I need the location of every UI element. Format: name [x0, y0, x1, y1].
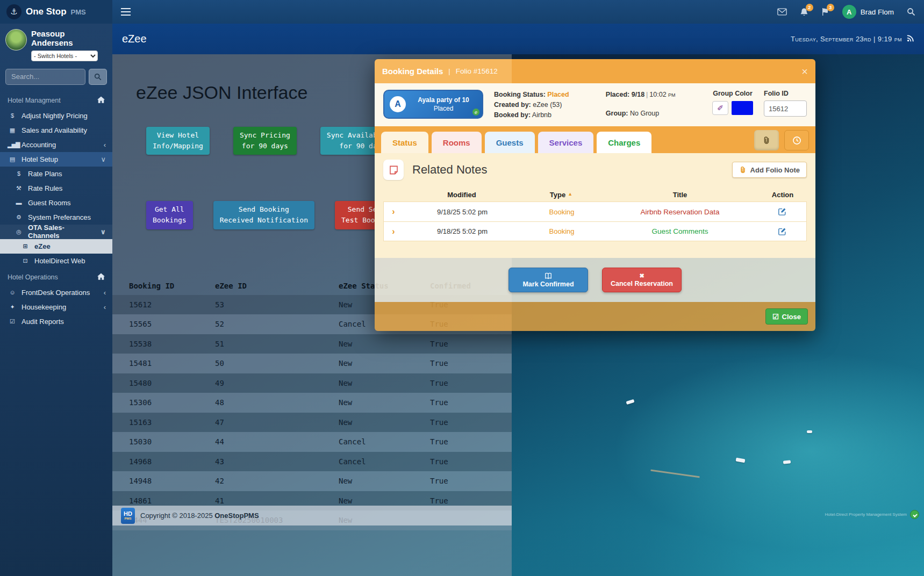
paperclip-icon — [739, 166, 747, 174]
booking-status-value: Placed — [547, 91, 569, 98]
search-button[interactable] — [89, 69, 107, 85]
notifications-button[interactable]: 2 — [800, 8, 808, 17]
attachments-tab[interactable] — [754, 130, 779, 150]
sidebar-item-label: Hotel Setup — [22, 155, 58, 163]
chevron-left-icon: ‹ — [104, 141, 106, 149]
booking-row[interactable]: 1496843CancelTrue — [112, 452, 512, 472]
boat — [807, 430, 812, 433]
booking-cell: True — [430, 477, 512, 485]
sidebar-item-adjust-nightly-pricing[interactable]: $Adjust Nightly Pricing — [0, 109, 112, 123]
edit-note-button[interactable] — [758, 207, 806, 216]
booking-row[interactable]: 1548150NewTrue — [112, 354, 512, 373]
note-title-link[interactable]: Guest Comments — [602, 227, 758, 235]
tab-status[interactable]: Status — [381, 132, 428, 153]
booking-row[interactable]: 1503044CancelTrue — [112, 432, 512, 452]
modal-title-separator: | — [448, 67, 450, 75]
boat — [626, 399, 634, 405]
copyright-brand: OneStopPMS — [214, 512, 259, 520]
modal-footer: ☑ Close — [375, 302, 815, 331]
booking-cell: 50 — [215, 359, 339, 368]
modal-tabs: StatusRoomsGuestsServicesCharges — [381, 132, 651, 153]
chevron-right-icon[interactable]: › — [384, 207, 403, 217]
edit-note-button[interactable] — [758, 227, 806, 236]
sidebar-item-system-preferances[interactable]: ⚙System Preferances — [0, 210, 112, 225]
guest-card[interactable]: A Ayala party of 10 Placed e — [383, 90, 483, 119]
booking-row[interactable]: 1548049NewTrue — [112, 373, 512, 393]
booking-row[interactable]: 1516347NewTrue — [112, 413, 512, 433]
tab-services[interactable]: Services — [538, 132, 594, 153]
action-button-get-all-bookings[interactable]: Get All Bookings — [146, 201, 193, 229]
search-icon — [94, 73, 102, 81]
group-color-swatch[interactable] — [732, 101, 753, 115]
created-by-label: Created by: — [494, 101, 531, 109]
sidebar-item-rate-rules[interactable]: ⚒Rate Rules — [0, 181, 112, 196]
modal-action-buttons: Mark Confirmed ✖ Cancel Reservation — [375, 258, 815, 302]
sidebar-item-rate-plans[interactable]: $Rate Plans — [0, 167, 112, 181]
note-title-link[interactable]: Airbnb Reservation Data — [602, 208, 758, 216]
sidebar-item-sales-and-availability[interactable]: ▦Sales and Availability — [0, 123, 112, 138]
booking-status-label: Booking Status: — [494, 91, 546, 98]
booking-row[interactable]: 1553851NewTrue — [112, 334, 512, 354]
tab-charges[interactable]: Charges — [597, 132, 651, 153]
sidebar-item-frontdesk-operations[interactable]: ☺FrontDesk Operations‹ — [0, 285, 112, 300]
mark-confirmed-button[interactable]: Mark Confirmed — [508, 268, 588, 292]
home-icon[interactable] — [97, 273, 105, 282]
booking-cell: New — [339, 340, 430, 348]
sidebar-item-housekeeping[interactable]: ✦Housekeeping‹ — [0, 300, 112, 314]
sidebar-item-ota-sales-channels[interactable]: ◎OTA Sales-Channels∨ — [0, 225, 112, 239]
sidebar-item-accounting[interactable]: ▂▅▇Accounting‹ — [0, 138, 112, 152]
edit-icon — [778, 207, 786, 216]
sidebar-item-label: HotelDirect Web — [34, 257, 85, 265]
messages-button[interactable] — [777, 8, 787, 16]
action-button-send-booking-received-notification[interactable]: Send Booking Received Notification — [213, 201, 314, 229]
sidebar-item-guest-rooms[interactable]: ▬Guest Rooms — [0, 196, 112, 210]
note-row[interactable]: ›9/18/25 5:02 pmBookingAirbnb Reservatio… — [383, 201, 807, 221]
placed-separator: | — [646, 91, 648, 98]
close-icon[interactable]: × — [801, 66, 808, 77]
scroll-top-button[interactable] — [910, 510, 919, 519]
action-button-sync-pricing-for-90-days[interactable]: Sync Pricing for 90 days — [233, 127, 297, 155]
flags-button[interactable]: 3 — [821, 8, 829, 16]
close-button-label: Close — [782, 313, 801, 321]
clock-icon — [792, 136, 801, 145]
booking-row[interactable]: 1494842NewTrue — [112, 471, 512, 491]
edit-icon — [778, 227, 786, 236]
home-icon[interactable] — [97, 96, 105, 105]
history-tab[interactable] — [784, 130, 809, 150]
search-input[interactable] — [5, 69, 85, 85]
sidebar-item-audit-reports[interactable]: ☑Audit Reports — [0, 314, 112, 329]
user-menu[interactable]: A Brad Flom — [842, 5, 894, 19]
dock — [650, 470, 700, 478]
tab-guests[interactable]: Guests — [485, 132, 535, 153]
note-type: Booking — [521, 227, 602, 235]
global-search-button[interactable] — [907, 8, 915, 16]
cancel-reservation-button[interactable]: ✖ Cancel Reservation — [602, 268, 682, 292]
close-button[interactable]: ☑ Close — [765, 308, 808, 325]
group-label: Group: — [606, 110, 628, 117]
folio-id-input[interactable] — [764, 100, 807, 117]
sidebar-item-hoteldirect-web[interactable]: ⊡HotelDirect Web — [0, 254, 112, 268]
sidebar-item-hotel-setup[interactable]: ▤Hotel Setup∨ — [0, 152, 112, 167]
chevron-right-icon[interactable]: › — [384, 227, 403, 236]
boat — [736, 458, 746, 463]
rss-icon[interactable] — [907, 34, 914, 44]
switch-hotels-select[interactable]: - Switch Hotels - — [31, 51, 98, 61]
brand-suffix: PMS — [71, 8, 86, 16]
add-folio-note-button[interactable]: Add Folio Note — [732, 162, 807, 178]
booking-row[interactable]: 1530648NewTrue — [112, 393, 512, 413]
sidebar-item-ezee[interactable]: ⊞eZee — [0, 239, 112, 254]
check-square-icon: ☑ — [772, 313, 779, 321]
paintbrush-button[interactable]: ✐ — [712, 101, 728, 115]
placed-label: Placed: — [606, 91, 629, 98]
group-value: No Group — [630, 110, 659, 117]
notes-column-header-title: Title — [601, 191, 758, 199]
booking-cell: 15163 — [129, 418, 215, 427]
tab-rooms[interactable]: Rooms — [432, 132, 482, 153]
page-header: eZee Tuesday, September 23rd | 9:19 pm — [112, 24, 924, 54]
booking-cell: 51 — [215, 340, 339, 348]
section-label: Hotel Managment — [8, 97, 61, 104]
note-row[interactable]: ›9/18/25 5:02 pmBookingGuest Comments — [383, 221, 807, 241]
action-button-view-hotel-info-mapping[interactable]: View Hotel Info/Mapping — [146, 127, 210, 155]
paintbrush-icon: ✐ — [717, 104, 724, 112]
menu-toggle-button[interactable] — [121, 8, 131, 16]
